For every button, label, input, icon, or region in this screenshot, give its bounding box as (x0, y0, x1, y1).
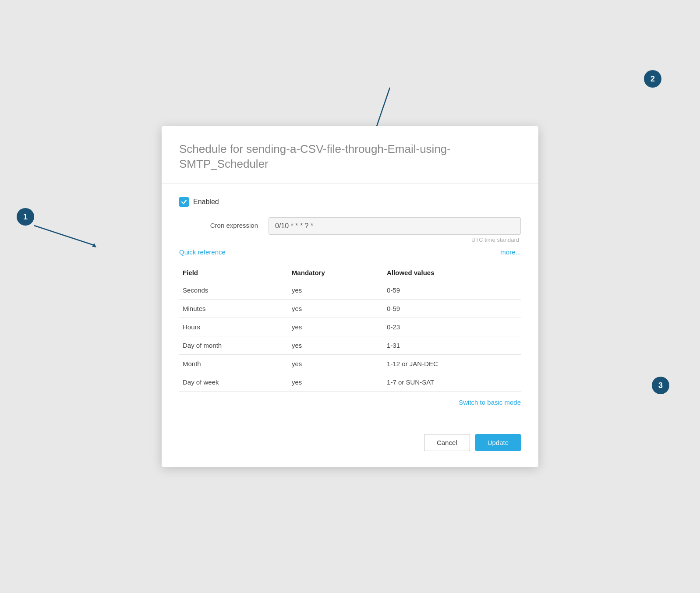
table-cell-allowed: 1-31 (383, 336, 521, 355)
table-cell-allowed: 1-7 or SUN-SAT (383, 373, 521, 392)
table-cell-mandatory: yes (288, 373, 383, 392)
table-row: Minutesyes0-59 (179, 300, 521, 318)
table-cell-allowed: 0-59 (383, 281, 521, 300)
table-row: Hoursyes0-23 (179, 318, 521, 336)
cancel-button[interactable]: Cancel (424, 434, 470, 451)
cron-expression-row: Cron expression UTC time standard (179, 217, 521, 243)
table-head: Field Mandatory Allowed values (179, 265, 521, 281)
table-row: Day of monthyes1-31 (179, 336, 521, 355)
switch-to-basic-mode-link[interactable]: Switch to basic mode (459, 399, 521, 406)
enabled-row: Enabled (179, 197, 521, 207)
modal-body: Enabled Cron expression UTC time standar… (162, 184, 538, 434)
table-cell-allowed: 1-12 or JAN-DEC (383, 355, 521, 373)
enabled-checkbox[interactable] (179, 197, 189, 207)
svg-marker-1 (92, 243, 96, 247)
table-cell-field: Seconds (179, 281, 288, 300)
table-cell-field: Hours (179, 318, 288, 336)
table-cell-mandatory: yes (288, 318, 383, 336)
table-cell-field: Day of month (179, 336, 288, 355)
table-row: Monthyes1-12 or JAN-DEC (179, 355, 521, 373)
checkmark-icon (181, 199, 187, 205)
table-cell-mandatory: yes (288, 355, 383, 373)
table-cell-allowed: 0-23 (383, 318, 521, 336)
reference-table: Field Mandatory Allowed values Secondsye… (179, 265, 521, 392)
svg-line-0 (34, 226, 94, 245)
table-cell-mandatory: yes (288, 281, 383, 300)
col-mandatory: Mandatory (288, 265, 383, 281)
table-cell-mandatory: yes (288, 300, 383, 318)
table-cell-field: Minutes (179, 300, 288, 318)
utc-label: UTC time standard (269, 236, 521, 243)
badge-2: 2 (644, 70, 661, 88)
badge-3: 3 (652, 377, 669, 394)
table-body: Secondsyes0-59Minutesyes0-59Hoursyes0-23… (179, 281, 521, 392)
table-cell-field: Month (179, 355, 288, 373)
col-field: Field (179, 265, 288, 281)
cron-input[interactable] (269, 217, 521, 235)
table-cell-mandatory: yes (288, 336, 383, 355)
modal-header: Schedule for sending-a-CSV-file-through-… (162, 126, 538, 184)
switch-mode-row: Switch to basic mode (179, 399, 521, 406)
col-allowed: Allowed values (383, 265, 521, 281)
cron-label: Cron expression (179, 217, 258, 229)
update-button[interactable]: Update (475, 434, 521, 451)
badge-1: 1 (17, 208, 34, 226)
table-row: Secondsyes0-59 (179, 281, 521, 300)
enabled-checkbox-wrapper[interactable]: Enabled (179, 197, 219, 207)
more-link[interactable]: more... (500, 248, 521, 256)
table-row: Day of weekyes1-7 or SUN-SAT (179, 373, 521, 392)
enabled-label: Enabled (193, 198, 219, 206)
table-cell-field: Day of week (179, 373, 288, 392)
modal-footer: Cancel Update (162, 434, 538, 467)
cron-input-wrapper: UTC time standard (269, 217, 521, 243)
quick-ref-row: Quick reference more... (179, 248, 521, 256)
quick-reference-link[interactable]: Quick reference (179, 248, 226, 256)
table-header-row: Field Mandatory Allowed values (179, 265, 521, 281)
table-cell-allowed: 0-59 (383, 300, 521, 318)
modal-title: Schedule for sending-a-CSV-file-through-… (179, 142, 521, 172)
schedule-modal: Schedule for sending-a-CSV-file-through-… (162, 126, 538, 467)
